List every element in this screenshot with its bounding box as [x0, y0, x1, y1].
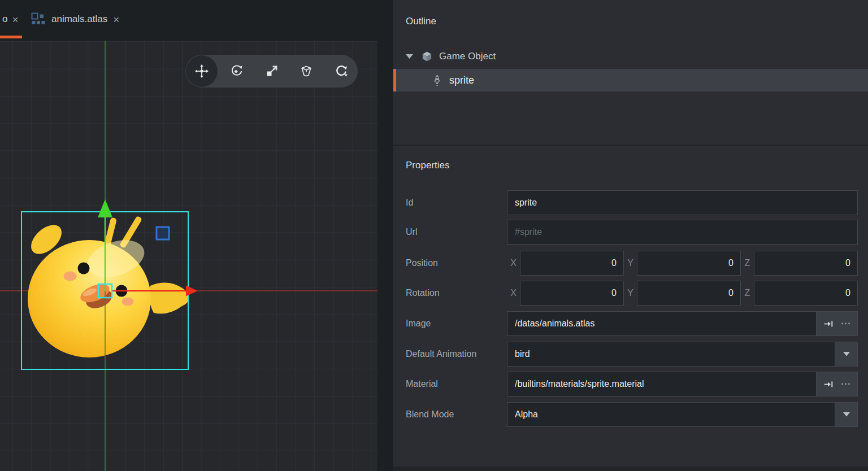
outline-item-label: sprite [449, 75, 474, 86]
property-row-position: Position X Y Z [406, 251, 858, 276]
rotation-x-input[interactable] [520, 281, 624, 306]
image-path-input[interactable] [507, 312, 816, 335]
axis-y-label: Y [627, 258, 634, 268]
move-gizmo-plane-handle[interactable] [157, 227, 169, 239]
property-label: Position [406, 258, 507, 268]
scene-viewport[interactable] [0, 41, 377, 471]
move-tool-button[interactable] [186, 55, 218, 87]
tab-label: o [2, 14, 7, 25]
camera-reset-icon [333, 63, 349, 79]
resource-buttons [816, 312, 857, 335]
panel-bottom-strip [393, 466, 868, 471]
url-input[interactable] [507, 220, 858, 245]
atlas-icon [31, 12, 46, 26]
dropdown-value: Alpha [507, 403, 835, 426]
right-panel: Outline Game Object [393, 0, 868, 471]
rocket-icon [431, 74, 443, 87]
chevron-down-icon[interactable] [835, 403, 857, 426]
property-row-material: Material [406, 372, 858, 396]
tab-active-truncated[interactable]: o × [0, 0, 21, 38]
active-tab-underline [0, 36, 22, 38]
axis-z-label: Z [744, 288, 751, 298]
ellipsis-icon [841, 382, 850, 386]
dropdown-value: bird [507, 342, 835, 366]
axis-y-label: Y [627, 288, 634, 298]
id-input[interactable] [507, 190, 858, 215]
blend-mode-dropdown[interactable]: Alpha [507, 402, 858, 427]
property-label: Rotation [406, 288, 507, 298]
frustum-tool-button[interactable] [290, 55, 322, 87]
property-row-image: Image [406, 311, 858, 336]
tab-animals-atlas[interactable]: animals.atlas × [31, 0, 119, 38]
axis-x-label: X [510, 288, 517, 298]
material-resource-field [507, 372, 858, 396]
property-row-blend-mode: Blend Mode Alpha [406, 402, 858, 427]
rotation-vector: X Y Z [507, 281, 858, 306]
collapse-triangle-icon[interactable] [406, 54, 413, 59]
rotation-y-input[interactable] [637, 281, 741, 306]
chevron-down-icon[interactable] [835, 342, 857, 366]
open-resource-button[interactable] [823, 380, 834, 389]
axis-x-label: X [510, 258, 517, 268]
tab-close-icon[interactable]: × [12, 14, 18, 25]
rotate-icon [229, 64, 244, 78]
outline-item-label: Game Object [439, 51, 496, 62]
property-label: Default Animation [406, 349, 507, 359]
property-row-default-animation: Default Animation bird [406, 342, 858, 367]
property-label: Id [406, 198, 507, 208]
image-resource-field [507, 311, 858, 336]
property-row-id: Id [406, 190, 858, 215]
browse-resource-button[interactable] [841, 382, 850, 386]
scale-icon [264, 64, 279, 78]
tab-label: animals.atlas [51, 14, 107, 25]
rotation-z-input[interactable] [754, 281, 858, 306]
ellipsis-icon [841, 322, 850, 325]
property-label: Url [406, 227, 507, 237]
outline-item-sprite-selected[interactable]: sprite [393, 69, 868, 91]
default-animation-dropdown[interactable]: bird [507, 342, 858, 367]
cube-icon [420, 50, 433, 63]
property-row-url: Url [406, 220, 858, 245]
position-y-input[interactable] [637, 251, 741, 276]
property-label: Image [406, 319, 507, 329]
tab-close-icon[interactable]: × [113, 14, 119, 25]
position-z-input[interactable] [754, 251, 858, 276]
property-label: Material [406, 379, 507, 389]
property-row-rotation: Rotation X Y Z [406, 281, 858, 306]
position-x-input[interactable] [520, 251, 624, 276]
properties-title: Properties [406, 160, 449, 171]
jump-to-icon [823, 320, 834, 328]
scene-toolbar [185, 55, 358, 88]
rotate-tool-button[interactable] [221, 55, 253, 87]
scale-tool-button[interactable] [256, 55, 288, 87]
tab-bar: o × animals.atlas × [0, 0, 393, 41]
jump-to-icon [823, 380, 834, 389]
frustum-icon [299, 64, 314, 78]
resource-buttons [816, 372, 857, 396]
outline-item-game-object[interactable]: Game Object [393, 46, 868, 67]
left-pane: o × animals.atlas × [0, 0, 393, 471]
property-label: Blend Mode [406, 409, 507, 420]
move-icon [194, 64, 209, 78]
outline-title: Outline [406, 16, 436, 27]
material-path-input[interactable] [507, 372, 816, 396]
open-resource-button[interactable] [823, 320, 834, 328]
position-vector: X Y Z [507, 251, 858, 276]
editor-window: o × animals.atlas × [0, 0, 868, 471]
browse-resource-button[interactable] [841, 322, 850, 325]
axis-z-label: Z [744, 258, 751, 268]
section-divider [393, 145, 868, 146]
camera-reset-button[interactable] [326, 55, 357, 87]
